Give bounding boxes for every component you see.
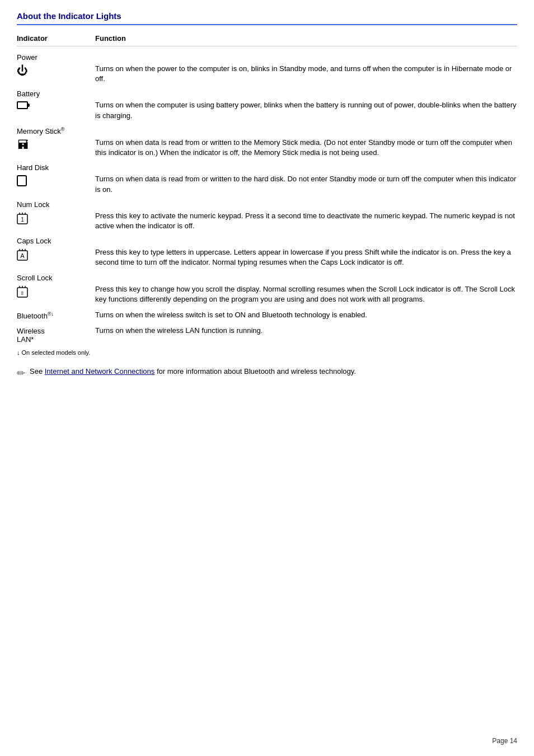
harddisk-row: Turns on when data is read from or writt…	[17, 174, 517, 194]
footnote1-text: ↓ On selected models only.	[17, 349, 90, 356]
harddisk-label: Hard Disk	[17, 163, 517, 172]
scrolllock-icon: ⇳	[17, 285, 28, 298]
note-text: See Internet and Network Connections for…	[30, 367, 356, 375]
memorystick-label: Memory Stick®	[17, 126, 517, 135]
memorystick-section: Memory Stick® 🖬 Turns on when data is re…	[17, 126, 517, 158]
footnote-area: ↓ On selected models only.	[17, 349, 517, 356]
capslock-function: Press this key to type letters in upperc…	[95, 247, 517, 267]
numlock-label: Num Lock	[17, 200, 517, 209]
battery-row: Turns on when the computer is using batt…	[17, 100, 517, 120]
numlock-icon-cell: 1	[17, 211, 95, 226]
battery-section: Battery Turns on when the computer is us…	[17, 90, 517, 120]
wirelesslan-row: WirelessLAN* Turns on when the wireless …	[17, 326, 517, 344]
capslock-section: Caps Lock A Press this key to type lette…	[17, 237, 517, 267]
svg-text:1: 1	[21, 217, 24, 223]
harddisk-function: Turns on when data is read from or writt…	[95, 174, 517, 194]
note-text-after-link: for more information about Bluetooth and…	[154, 367, 356, 375]
numlock-section: Num Lock 1 Press this key to activate th…	[17, 200, 517, 231]
power-row: ⏻ Turns on when the power to the compute…	[17, 64, 517, 84]
bluetooth-label-cell: Bluetooth®↓	[17, 310, 95, 320]
scrolllock-function: Press this key to change how you scroll …	[95, 284, 517, 304]
capslock-row: A Press this key to type letters in uppe…	[17, 247, 517, 267]
table-header-row: Indicator Function	[17, 34, 517, 46]
power-label: Power	[17, 53, 517, 62]
svg-rect-0	[17, 176, 26, 186]
memorystick-icon: 🖬	[17, 138, 29, 152]
wirelesslan-label: WirelessLAN*	[17, 327, 45, 344]
page-title: About the Indicator Lights	[17, 11, 517, 25]
numlock-function: Press this key to activate the numeric k…	[95, 211, 517, 231]
harddisk-section: Hard Disk Turns on when data is read fro…	[17, 163, 517, 194]
indicator-column-header: Indicator	[17, 34, 95, 43]
wirelesslan-section: WirelessLAN* Turns on when the wireless …	[17, 326, 517, 344]
wirelesslan-label-cell: WirelessLAN*	[17, 326, 95, 344]
battery-label: Battery	[17, 90, 517, 98]
scrolllock-row: ⇳ Press this key to change how you scrol…	[17, 284, 517, 304]
wirelesslan-function: Turns on when the wireless LAN function …	[95, 326, 517, 336]
harddisk-icon	[17, 175, 27, 186]
power-function: Turns on when the power to the computer …	[95, 64, 517, 84]
scrolllock-label: Scroll Lock	[17, 274, 517, 282]
svg-text:⇳: ⇳	[20, 290, 25, 296]
harddisk-icon-cell	[17, 174, 95, 188]
power-icon: ⏻	[17, 64, 28, 77]
bluetooth-section: Bluetooth®↓ Turns on when the wireless s…	[17, 310, 517, 320]
svg-text:A: A	[20, 252, 25, 259]
numlock-icon: 1	[17, 212, 28, 224]
capslock-icon: A	[17, 248, 28, 261]
scrolllock-section: Scroll Lock ⇳ Press this key to change h…	[17, 274, 517, 304]
note-pencil-icon: ✏	[17, 367, 25, 379]
capslock-icon-cell: A	[17, 247, 95, 262]
battery-function: Turns on when the computer is using batt…	[95, 100, 517, 120]
power-section: Power ⏻ Turns on when the power to the c…	[17, 53, 517, 84]
memorystick-icon-cell: 🖬	[17, 138, 95, 151]
memorystick-function: Turns on when data is read from or writt…	[95, 138, 517, 158]
battery-icon	[17, 101, 28, 109]
internet-network-link[interactable]: Internet and Network Connections	[45, 367, 155, 375]
numlock-row: 1 Press this key to activate the numeric…	[17, 211, 517, 231]
note-text-before-link: See	[30, 367, 45, 375]
battery-icon-cell	[17, 100, 95, 111]
scrolllock-icon-cell: ⇳	[17, 284, 95, 299]
bluetooth-label: Bluetooth®↓	[17, 312, 54, 320]
bluetooth-function: Turns on when the wireless switch is set…	[95, 310, 517, 320]
power-icon-cell: ⏻	[17, 64, 95, 76]
capslock-label: Caps Lock	[17, 237, 517, 245]
memorystick-row: 🖬 Turns on when data is read from or wri…	[17, 138, 517, 158]
bluetooth-row: Bluetooth®↓ Turns on when the wireless s…	[17, 310, 517, 320]
note-area: ✏ See Internet and Network Connections f…	[17, 367, 517, 379]
function-column-header: Function	[95, 34, 126, 43]
